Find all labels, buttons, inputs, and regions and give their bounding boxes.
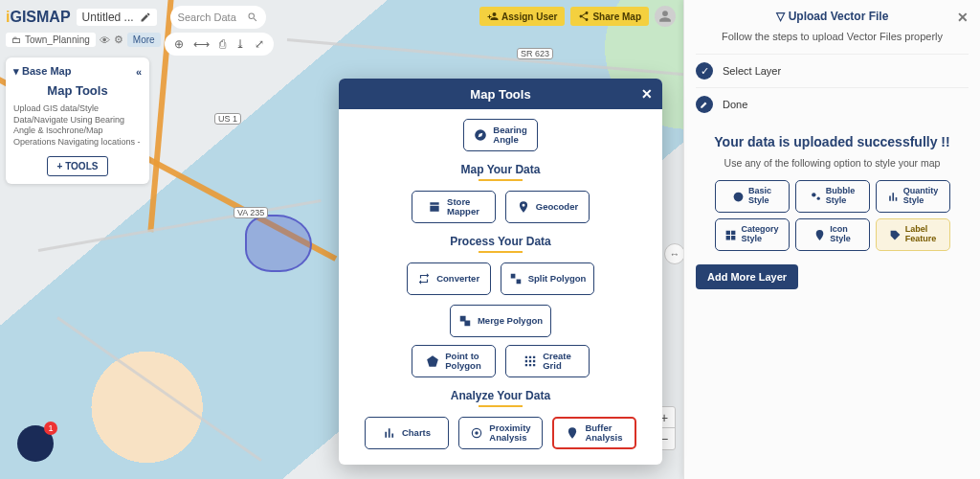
- bubble-icon: [810, 191, 822, 203]
- account-avatar[interactable]: [655, 6, 676, 27]
- tool-point-to-polygon[interactable]: Point toPolygon: [412, 345, 496, 377]
- store-icon: [428, 200, 441, 214]
- add-more-layer-button[interactable]: Add More Layer: [696, 264, 798, 289]
- vector-icon: ▽: [776, 10, 785, 23]
- svg-point-3: [812, 193, 815, 196]
- layer-settings-icon[interactable]: ⚙: [114, 34, 123, 46]
- pan-handle[interactable]: ↔: [664, 243, 685, 264]
- tool-split-polygon[interactable]: Split Polygon: [501, 262, 595, 295]
- style-icon[interactable]: IconStyle: [795, 218, 870, 251]
- compass-icon: [474, 128, 487, 142]
- pencil-icon: [140, 11, 151, 23]
- pin-icon: [517, 200, 530, 214]
- section-map-your-data: Map Your Data: [352, 163, 649, 181]
- expand-icon[interactable]: ⤢: [255, 37, 264, 51]
- style-category[interactable]: CategoryStyle: [715, 218, 790, 251]
- layer-name: Town_Planning: [25, 34, 90, 45]
- modal-title: Map Tools: [470, 87, 530, 102]
- proximity-icon: [470, 426, 483, 440]
- layer-chip[interactable]: 🗀 Town_Planning: [6, 33, 96, 47]
- style-subtext: Use any of the following option to style…: [696, 157, 969, 169]
- grid-icon: [523, 354, 537, 368]
- merge-icon: [458, 314, 472, 328]
- close-icon[interactable]: ✕: [641, 86, 653, 102]
- person-icon: [658, 10, 672, 23]
- measure-icon[interactable]: ⟷: [193, 37, 210, 51]
- chat-bubble[interactable]: [17, 425, 54, 462]
- buffer-icon: [566, 426, 579, 440]
- style-bubble[interactable]: BubbleStyle: [795, 180, 870, 213]
- map-title: Untitled ...: [82, 11, 134, 24]
- style-quantity[interactable]: QuantityStyle: [876, 180, 950, 213]
- assign-user-button[interactable]: Assign User: [479, 7, 565, 26]
- map-tools-modal: Map Tools ✕ BearingAngle Map Your Data S…: [339, 79, 662, 465]
- quantity-icon: [887, 191, 900, 203]
- section-process-your-data: Process Your Data: [352, 235, 649, 253]
- style-basic[interactable]: BasicStyle: [715, 180, 790, 213]
- search-icon: [247, 11, 258, 23]
- tool-charts[interactable]: Charts: [365, 417, 449, 449]
- open-tools-button[interactable]: + TOOLS: [47, 156, 109, 176]
- tool-buffer-analysis[interactable]: BufferAnalysis: [552, 417, 636, 449]
- shield-us1: US 1: [214, 113, 241, 125]
- tool-bearing-angle[interactable]: BearingAngle: [463, 119, 538, 151]
- shield-va235: VA 235: [234, 207, 268, 218]
- pencil-dot-icon: [696, 96, 713, 113]
- split-icon: [509, 272, 523, 285]
- upload-success: Your data is uploaded successfully !!: [696, 134, 969, 149]
- chart-icon: [383, 426, 396, 440]
- collapse-icon[interactable]: «: [136, 66, 142, 78]
- shield-sr623: SR 623: [517, 48, 553, 59]
- layer-more-button[interactable]: More: [127, 33, 161, 47]
- svg-point-2: [734, 192, 744, 201]
- basemap-label[interactable]: Base Map: [22, 65, 71, 77]
- folder-icon: 🗀: [11, 34, 21, 45]
- share-map-button[interactable]: Share Map: [570, 7, 649, 26]
- rpanel-desc: Follow the steps to upload Vector Files …: [696, 31, 969, 42]
- sidecard-desc: Upload GIS data/Style Data/Navigate Usin…: [13, 103, 142, 148]
- side-tools-card: ▾ Base Map « Map Tools Upload GIS data/S…: [6, 57, 149, 184]
- tool-proximity-analysis[interactable]: ProximityAnalysis: [458, 417, 543, 449]
- brand-logo[interactable]: iGISMAP: [6, 9, 71, 26]
- svg-point-4: [816, 196, 819, 199]
- download-icon[interactable]: ⤓: [235, 37, 245, 51]
- panel-close-icon[interactable]: ✕: [957, 10, 969, 25]
- tool-store-mapper[interactable]: StoreMapper: [412, 191, 496, 223]
- tag-icon: [889, 229, 902, 241]
- section-analyze-your-data: Analyze Your Data: [352, 389, 649, 407]
- search-input[interactable]: Search Data: [170, 6, 266, 29]
- point-polygon-icon: [426, 354, 439, 368]
- tool-geocoder[interactable]: Geocoder: [505, 191, 590, 223]
- svg-point-0: [476, 431, 479, 435]
- pin-style-icon: [813, 229, 826, 241]
- style-label-feature[interactable]: LabelFeature: [876, 218, 950, 251]
- share-icon: [578, 11, 590, 22]
- check-icon: ✓: [696, 62, 713, 80]
- palette-icon: [732, 191, 745, 203]
- visibility-icon[interactable]: 👁: [100, 34, 110, 46]
- map-toolbar: ⊕ ⟷ ⎙ ⤓ ⤢: [165, 33, 274, 56]
- target-icon[interactable]: ⊕: [174, 37, 184, 51]
- category-icon: [724, 229, 737, 241]
- tool-merge-polygon[interactable]: Merge Polygon: [450, 305, 551, 337]
- sidecard-title: Map Tools: [13, 83, 142, 98]
- print-icon[interactable]: ⎙: [219, 37, 226, 51]
- convert-icon: [417, 272, 431, 285]
- step-select-layer[interactable]: ✓ Select Layer: [696, 54, 969, 87]
- user-plus-icon: [487, 11, 499, 22]
- rpanel-title: Upload Vector File: [789, 10, 889, 23]
- map-title-chip[interactable]: Untitled ...: [77, 9, 157, 26]
- upload-vector-panel: ▽ Upload Vector File ✕ Follow the steps …: [683, 0, 980, 479]
- step-done[interactable]: Done: [696, 87, 969, 121]
- tool-create-grid[interactable]: CreateGrid: [505, 345, 590, 377]
- tool-converter[interactable]: Converter: [407, 262, 491, 295]
